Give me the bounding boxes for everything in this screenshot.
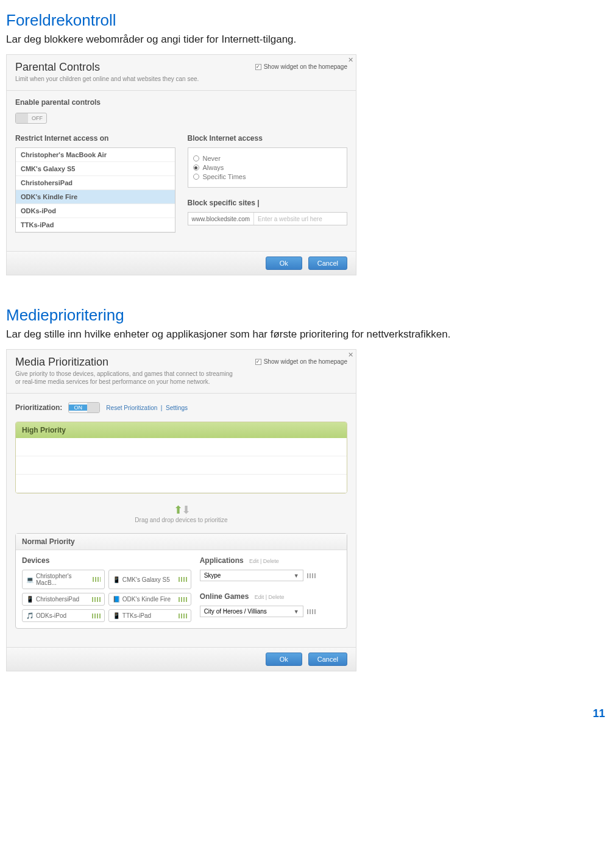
block-access-heading: Block Internet access xyxy=(188,134,348,143)
drag-handle-icon[interactable] xyxy=(92,614,101,618)
block-site-value: www.blockedsite.com xyxy=(188,213,255,225)
chevron-down-icon: ▼ xyxy=(294,573,299,579)
device-pill[interactable]: 🎵ODKs-iPod xyxy=(22,609,105,622)
high-priority-box: High Priority xyxy=(15,422,347,494)
device-pill[interactable]: 💻Christopher's MacB... xyxy=(22,570,105,589)
arrows-icon: ⬆⬇ xyxy=(174,504,189,516)
device-list-item[interactable]: ChristohersiPad xyxy=(16,176,175,190)
parental-button-bar: Ok Cancel xyxy=(7,251,356,275)
radio-icon xyxy=(193,174,199,180)
block-site-input[interactable]: www.blockedsite.com Enter a website url … xyxy=(188,212,348,225)
drag-handle-icon[interactable] xyxy=(307,573,316,578)
toggle-knob xyxy=(16,113,28,123)
drag-handle-icon[interactable] xyxy=(179,614,187,618)
cancel-button[interactable]: Cancel xyxy=(308,653,347,666)
settings-link[interactable]: Settings xyxy=(166,405,188,411)
show-widget-label: Show widget on the homepage xyxy=(264,358,347,365)
radio-icon xyxy=(193,165,199,171)
device-icon: 📱 xyxy=(26,596,34,603)
device-pill-label: ODKs-iPod xyxy=(36,612,66,619)
media-desc: Lar deg stille inn hvilke enheter og app… xyxy=(6,328,610,341)
radio-option[interactable]: Never xyxy=(193,155,342,162)
apps-edit-delete[interactable]: Edit | Delete xyxy=(249,558,279,564)
prioritization-label: Prioritization: xyxy=(15,403,62,412)
media-button-bar: Ok Cancel xyxy=(7,647,356,671)
radio-label: Specific Times xyxy=(203,173,246,180)
device-list-item[interactable]: ODKs-iPod xyxy=(16,204,175,218)
devices-subheading: Devices xyxy=(22,556,191,565)
media-toggle[interactable]: ON xyxy=(68,402,100,413)
close-icon[interactable]: ✕ xyxy=(348,56,353,64)
device-pill[interactable]: 📱ChristohersiPad xyxy=(22,593,105,606)
drag-handle-icon[interactable] xyxy=(307,609,316,614)
toggle-state-label: OFF xyxy=(28,115,46,121)
device-pill-label: CMK's Galaxy S5 xyxy=(122,576,170,583)
block-site-placeholder: Enter a website url here xyxy=(254,216,326,222)
media-device-grid: 💻Christopher's MacB...📱CMK's Galaxy S5📱C… xyxy=(22,570,191,622)
high-priority-drop-area[interactable] xyxy=(16,438,347,493)
parental-panel-subtitle: Limit when your children get online and … xyxy=(15,75,199,83)
chevron-down-icon: ▼ xyxy=(294,609,299,615)
device-list-item[interactable]: TTKs-iPad xyxy=(16,218,175,232)
parental-panel-title: Parental Controls xyxy=(15,61,199,74)
game-select[interactable]: City of Heroes / Villians ▼ xyxy=(200,606,303,617)
device-list-item[interactable]: ODK's Kindle Fire xyxy=(16,190,175,204)
device-pill[interactable]: 📱TTKs-iPad xyxy=(108,609,191,622)
media-panel-subtitle: Give priority to those devices, applicat… xyxy=(15,370,235,386)
drag-hint: ⬆⬇ Drag and drop devices to prioritize xyxy=(15,503,347,523)
normal-priority-box: Normal Priority Devices 💻Christopher's M… xyxy=(15,533,347,629)
parental-heading: Foreldrekontroll xyxy=(6,11,610,30)
reset-prioritization-link[interactable]: Reset Prioritization xyxy=(106,405,157,411)
parental-panel: ✕ Parental Controls Limit when your chil… xyxy=(6,54,356,275)
device-pill-label: ODK's Kindle Fire xyxy=(122,596,171,603)
drag-hint-text: Drag and drop devices to prioritize xyxy=(135,517,227,523)
show-widget-checkbox[interactable]: ✓ Show widget on the homepage xyxy=(255,358,347,365)
games-edit-delete[interactable]: Edit | Delete xyxy=(255,594,285,600)
device-icon: 📱 xyxy=(113,576,120,583)
block-access-radios: NeverAlwaysSpecific Times xyxy=(188,147,348,188)
ok-button[interactable]: Ok xyxy=(266,653,302,666)
parental-toggle[interactable]: OFF xyxy=(15,113,47,124)
device-list-item[interactable]: CMK's Galaxy S5 xyxy=(16,162,175,176)
device-icon: 📱 xyxy=(113,612,120,619)
drag-handle-icon[interactable] xyxy=(93,577,101,582)
device-icon: 📘 xyxy=(113,596,120,603)
device-list-item[interactable]: Christopher's MacBook Air xyxy=(16,148,175,162)
checkbox-icon: ✓ xyxy=(255,64,261,70)
application-selected: Skype xyxy=(204,572,221,579)
radio-label: Never xyxy=(203,155,221,162)
parental-device-list: Christopher's MacBook AirCMK's Galaxy S5… xyxy=(15,147,175,233)
radio-label: Always xyxy=(203,164,224,171)
restrict-access-heading: Restrict Internet access on xyxy=(15,134,175,143)
device-icon: 💻 xyxy=(26,576,34,583)
device-pill[interactable]: 📘ODK's Kindle Fire xyxy=(108,593,191,606)
media-panel-title: Media Prioritization xyxy=(15,356,235,369)
device-pill-label: Christopher's MacB... xyxy=(36,573,90,586)
close-icon[interactable]: ✕ xyxy=(348,351,353,359)
game-selected: City of Heroes / Villians xyxy=(204,608,267,615)
application-select[interactable]: Skype ▼ xyxy=(200,570,303,581)
drag-handle-icon[interactable] xyxy=(179,577,187,582)
toggle-state-label: ON xyxy=(69,405,87,411)
media-heading: Medieprioritering xyxy=(6,306,610,325)
device-icon: 🎵 xyxy=(26,612,34,619)
drag-handle-icon[interactable] xyxy=(92,597,101,602)
cancel-button[interactable]: Cancel xyxy=(308,256,347,270)
block-sites-heading: Block specific sites | xyxy=(188,199,348,207)
games-subheading: Online Games xyxy=(200,592,249,601)
media-panel: ✕ Media Prioritization Give priority to … xyxy=(6,349,356,671)
radio-icon xyxy=(193,155,199,161)
checkbox-icon: ✓ xyxy=(255,359,261,365)
ok-button[interactable]: Ok xyxy=(266,256,302,270)
device-pill-label: ChristohersiPad xyxy=(36,596,79,603)
drag-handle-icon[interactable] xyxy=(179,597,187,602)
device-pill-label: TTKs-iPad xyxy=(122,612,151,619)
normal-priority-heading: Normal Priority xyxy=(16,534,347,550)
parental-desc: Lar deg blokkere webområder og angi tide… xyxy=(6,34,610,46)
radio-option[interactable]: Always xyxy=(193,164,342,171)
device-pill[interactable]: 📱CMK's Galaxy S5 xyxy=(108,570,191,589)
show-widget-checkbox[interactable]: ✓ Show widget on the homepage xyxy=(255,63,347,70)
page-number: 11 xyxy=(593,707,605,720)
radio-option[interactable]: Specific Times xyxy=(193,173,342,180)
enable-parental-label: Enable parental controls xyxy=(15,98,347,107)
